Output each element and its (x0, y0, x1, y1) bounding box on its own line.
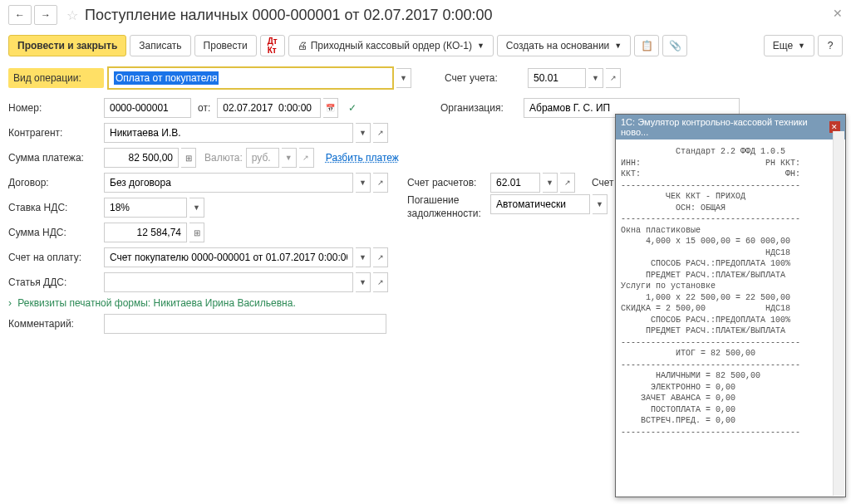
nav-forward-button[interactable]: → (34, 5, 57, 25)
dropdown-icon[interactable]: ▼ (356, 173, 371, 193)
dropdown-icon: ▼ (282, 148, 297, 168)
from-label: от: (198, 102, 210, 114)
emulator-window: 1С: Эмулятор контрольно-кассовой техники… (615, 114, 846, 497)
scrollbar-vertical[interactable] (833, 131, 844, 496)
payment-sum-label: Сумма платежа: (8, 152, 104, 164)
calculator-icon[interactable]: ⊞ (189, 223, 204, 242)
dropdown-icon[interactable]: ▼ (593, 194, 608, 214)
open-icon: ↗ (299, 148, 314, 168)
emulator-title-text: 1С: Эмулятор контрольно-кассовой техники… (621, 117, 829, 137)
printer-icon: 🖨 (298, 40, 307, 51)
print-requisites-link[interactable]: › Реквизиты печатной формы: Никитаева Ир… (8, 297, 296, 309)
open-icon[interactable]: ↗ (606, 68, 621, 88)
close-icon[interactable]: ✕ (833, 7, 843, 20)
report-icon-button[interactable]: 📋 (634, 35, 659, 56)
dropdown-icon[interactable]: ▼ (396, 68, 411, 88)
counterparty-input[interactable] (104, 123, 353, 143)
debt-repayment-input[interactable] (490, 194, 590, 214)
open-icon[interactable]: ↗ (373, 173, 388, 193)
settlement-account-input[interactable] (490, 173, 540, 193)
dropdown-icon[interactable]: ▼ (189, 198, 204, 218)
nav-back-button[interactable]: ← (8, 5, 32, 25)
create-based-button[interactable]: Создать на основании ▼ (497, 35, 631, 56)
debt-repayment-label: Погашение задолженности: (407, 194, 490, 220)
account-input[interactable] (528, 68, 586, 88)
help-button[interactable]: ? (818, 35, 843, 56)
open-icon[interactable]: ↗ (373, 272, 388, 292)
payment-sum-input[interactable] (104, 148, 179, 168)
submit-close-button[interactable]: Провести и закрыть (8, 35, 126, 56)
chevron-right-icon: › (8, 297, 12, 309)
invoice-input[interactable] (104, 247, 353, 267)
vat-sum-label: Сумма НДС: (8, 227, 104, 238)
split-payment-link[interactable]: Разбить платеж (326, 152, 399, 164)
open-icon[interactable]: ↗ (373, 247, 388, 267)
dds-item-input[interactable] (104, 272, 353, 292)
favorite-star-icon[interactable]: ☆ (66, 7, 78, 23)
vat-rate-input[interactable] (104, 198, 187, 218)
print-dropdown-button[interactable]: 🖨 Приходный кассовый ордер (КО-1) ▼ (288, 35, 494, 56)
advance-account-label-cut: Счет (592, 177, 614, 188)
operation-type-select[interactable]: Оплата от покупателя (107, 66, 394, 90)
currency-input (246, 148, 279, 168)
more-button[interactable]: Еще ▼ (764, 35, 814, 56)
dropdown-icon[interactable]: ▼ (356, 247, 371, 267)
posted-icon: ✓ (348, 102, 357, 114)
counterparty-label: Контрагент: (8, 127, 104, 139)
open-icon[interactable]: ↗ (373, 123, 388, 143)
calendar-icon[interactable]: 📅 (323, 98, 338, 118)
number-label: Номер: (8, 102, 104, 114)
dds-item-label: Статья ДДС: (8, 276, 104, 288)
vat-rate-label: Ставка НДС: (8, 202, 104, 213)
dropdown-icon[interactable]: ▼ (356, 272, 371, 292)
create-based-label: Создать на основании (506, 40, 610, 51)
comment-label: Комментарий: (8, 318, 104, 330)
emulator-titlebar[interactable]: 1С: Эмулятор контрольно-кассовой техники… (616, 115, 845, 139)
emulator-receipt: Стандарт 2.2 ФФД 1.0.5 ИНН: РН ККТ: ККТ:… (616, 139, 845, 497)
date-input[interactable] (217, 98, 321, 118)
chevron-down-icon: ▼ (477, 42, 485, 50)
more-label: Еще (773, 40, 793, 51)
print-label: Приходный кассовый ордер (КО-1) (311, 40, 472, 51)
settlement-account-label: Счет расчетов: (407, 177, 490, 188)
operation-type-label: Вид операции: (8, 68, 104, 88)
operation-type-value: Оплата от покупателя (114, 71, 219, 85)
vat-sum-input[interactable] (104, 223, 187, 242)
account-label: Счет учета: (445, 72, 528, 84)
currency-label: Валюта: (204, 152, 243, 164)
page-title: Поступление наличных 0000-000001 от 02.0… (85, 7, 493, 24)
save-button[interactable]: Записать (130, 35, 190, 56)
dropdown-icon[interactable]: ▼ (543, 173, 558, 193)
chevron-down-icon: ▼ (798, 42, 805, 50)
dropdown-icon[interactable]: ▼ (356, 123, 371, 143)
dt-kt-icon-button[interactable]: ДтКт (260, 35, 285, 56)
dropdown-icon[interactable]: ▼ (588, 68, 603, 88)
organization-label: Организация: (440, 102, 524, 114)
contract-label: Договор: (8, 177, 104, 188)
attach-icon-button[interactable]: 📎 (662, 35, 687, 56)
number-input[interactable] (104, 98, 191, 118)
open-icon[interactable]: ↗ (560, 173, 575, 193)
contract-input[interactable] (104, 173, 353, 193)
calculator-icon[interactable]: ⊞ (181, 148, 196, 168)
comment-input[interactable] (104, 314, 386, 334)
print-requisites-text: Реквизиты печатной формы: Никитаева Ирин… (17, 297, 295, 309)
submit-button[interactable]: Провести (194, 35, 257, 56)
chevron-down-icon: ▼ (614, 42, 622, 50)
invoice-label: Счет на оплату: (8, 252, 104, 263)
